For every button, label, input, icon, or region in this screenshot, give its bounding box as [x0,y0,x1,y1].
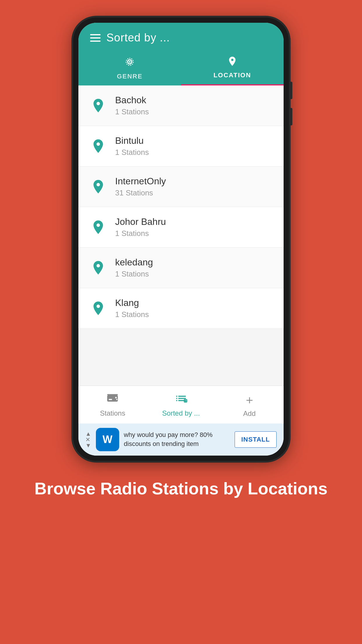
item-count: 1 Stations [115,229,166,238]
volume-button-top [290,82,292,99]
phone-screen: Sorted by ... GENRE [78,23,284,456]
location-pin-icon [90,178,106,195]
ad-banner: ▲✕▼ W why would you pay more? 80% discou… [78,424,284,456]
bottom-nav-stations-label: Stations [100,409,125,417]
item-text: Bintulu 1 Stations [115,135,149,157]
item-text: keledang 1 Stations [115,257,153,279]
tab-location[interactable]: LOCATION [181,50,284,85]
item-count: 1 Stations [115,107,149,116]
tab-genre[interactable]: GENRE [78,50,181,85]
app-header: Sorted by ... [78,23,284,44]
item-count: 1 Stations [115,310,149,319]
browse-text: Browse Radio Stations by Locations [11,461,351,510]
item-count: 31 Stations [115,188,166,197]
list-item[interactable]: keledang 1 Stations [78,248,284,288]
tab-location-label: LOCATION [213,71,251,79]
phone-frame: Sorted by ... GENRE [73,18,289,461]
bottom-nav-add-label: Add [243,410,256,418]
location-pin-icon [90,300,106,316]
list-item[interactable]: Johor Bahru 1 Stations [78,207,284,248]
item-count: 1 Stations [115,270,153,279]
location-pin-icon [90,138,106,154]
hamburger-menu-icon[interactable] [90,34,101,42]
list-item[interactable]: Bachok 1 Stations [78,85,284,126]
list-content: Bachok 1 Stations Bintulu 1 Stations [78,85,284,386]
genre-icon [124,56,136,70]
header-title: Sorted by ... [106,32,170,44]
item-text: Johor Bahru 1 Stations [115,216,166,238]
bottom-nav-stations[interactable]: Stations [78,386,147,424]
bottom-nav-sorted[interactable]: Sorted by ... [147,386,215,424]
location-pin-icon [90,219,106,235]
location-pin-icon [90,97,106,114]
item-text: InternetOnly 31 Stations [115,176,166,197]
volume-button-mid [290,108,292,125]
item-name: InternetOnly [115,176,166,187]
svg-point-1 [129,61,130,62]
list-item[interactable]: Klang 1 Stations [78,288,284,329]
stations-icon [106,392,119,407]
ad-text: why would you pay more? 80% discounts on… [124,430,230,449]
item-name: keledang [115,257,153,268]
location-tab-icon [227,56,238,69]
list-item[interactable]: Bintulu 1 Stations [78,126,284,167]
bottom-nav-add[interactable]: ＋ Add [215,386,284,424]
item-count: 1 Stations [115,148,149,157]
ad-logo: W [96,428,119,451]
ad-collapse-icon[interactable]: ▲✕▼ [85,431,91,448]
phone-wrapper: Sorted by ... GENRE [70,0,292,461]
ad-install-button[interactable]: INSTALL [235,431,277,448]
svg-rect-3 [107,394,118,395]
tab-bar: GENRE LOCATION [78,44,284,85]
location-pin-icon [90,260,106,276]
item-text: Klang 1 Stations [115,298,149,319]
sorted-icon [175,392,187,407]
tab-genre-label: GENRE [117,73,143,80]
ad-close-col: ▲✕▼ [85,431,91,448]
bottom-nav-sorted-label: Sorted by ... [162,409,200,417]
add-icon: ＋ [244,392,255,408]
item-name: Bachok [115,95,149,106]
item-text: Bachok 1 Stations [115,95,149,116]
item-name: Johor Bahru [115,216,166,227]
bottom-nav: Stations Sorted by ... ＋ A [78,386,284,424]
item-name: Klang [115,298,149,308]
list-item[interactable]: InternetOnly 31 Stations [78,167,284,207]
item-name: Bintulu [115,135,149,146]
